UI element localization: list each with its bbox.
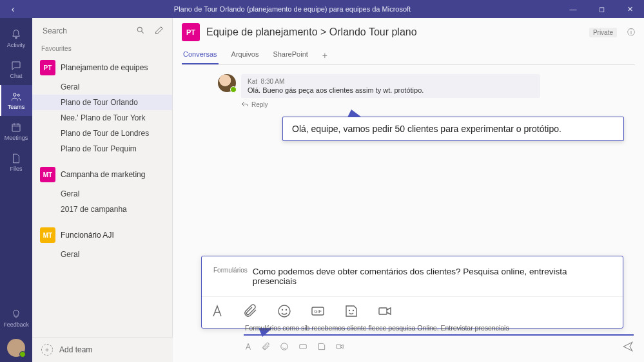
rail-meetings[interactable]: Meetings	[0, 116, 32, 147]
reply-button[interactable]: Reply	[241, 100, 540, 108]
sticker-icon[interactable]	[344, 303, 359, 319]
tab-sharepoint[interactable]: SharePoint	[271, 46, 309, 64]
team-badge: MT	[40, 227, 55, 243]
team-row[interactable]: PT Planejamento de equipes	[32, 56, 172, 79]
svg-point-10	[353, 310, 354, 311]
compose-input[interactable]: Formulários como sib recebemos cliente f…	[244, 321, 634, 336]
team-row[interactable]: MT Funcionário AJI	[32, 224, 172, 247]
search-input[interactable]	[40, 23, 149, 39]
tab-add[interactable]: +	[321, 46, 329, 64]
window-title: Plano de Tour Orlando (planejamento de e…	[26, 5, 559, 13]
bell-icon	[10, 29, 22, 41]
tab-conversas[interactable]: Conversas	[182, 46, 219, 64]
search-icon[interactable]	[136, 26, 145, 37]
sticker-icon[interactable]	[317, 342, 326, 353]
send-button[interactable]	[622, 341, 634, 354]
channel-tabs: Conversas Arquivos SharePoint +	[182, 46, 635, 65]
message-bubble[interactable]: Kat 8:30 AM Olá. Bueno gás peça aos clie…	[241, 74, 540, 98]
svg-text:GIF: GIF	[314, 309, 322, 314]
rail-feedback[interactable]: Feedback	[0, 303, 32, 334]
reply-icon	[241, 100, 249, 108]
teams-sidebar: Favourites PT Planejamento de equipes Ge…	[32, 18, 173, 362]
channel-item[interactable]: Plano de Tour Orlando	[32, 95, 172, 110]
close-button[interactable]: ✕	[616, 0, 644, 18]
tab-arquivos[interactable]: Arquivos	[230, 46, 260, 64]
channel-badge: PT	[182, 23, 200, 41]
favourites-label: Favourites	[32, 44, 172, 56]
message-avatar[interactable]	[218, 74, 236, 92]
content-area: PT Equipe de planejamento > Orlando Tour…	[173, 18, 644, 362]
emoji-icon[interactable]	[280, 342, 289, 353]
svg-point-0	[14, 93, 17, 97]
maximize-button[interactable]: ◻	[587, 0, 616, 18]
compose-callout: Formulários Como podemos deve obter come…	[201, 256, 623, 329]
app-rail: Activity Chat Teams Meetings Files Feedb…	[0, 18, 32, 362]
callout-translation: Olá, equipe, vamos pedir 50 clientes par…	[282, 117, 624, 141]
rail-activity[interactable]: Activity	[0, 23, 32, 54]
chat-icon	[10, 60, 22, 71]
svg-rect-14	[337, 345, 341, 348]
user-avatar[interactable]	[7, 339, 25, 357]
files-icon	[10, 153, 22, 164]
svg-rect-13	[300, 345, 307, 349]
attach-icon[interactable]	[262, 342, 271, 353]
svg-point-5	[282, 310, 283, 310]
meet-icon[interactable]	[377, 303, 393, 319]
channel-item[interactable]: Nee.' Plano de Tour York	[32, 110, 172, 126]
rail-chat[interactable]: Chat	[0, 54, 32, 85]
format-icon[interactable]	[210, 303, 225, 319]
back-button[interactable]: ‹	[0, 4, 26, 14]
breadcrumb: Equipe de planejamento > Orlando Tour pl…	[206, 26, 417, 38]
channel-item[interactable]: Plano de Tour Pequim	[32, 141, 172, 157]
compose-icon[interactable]	[151, 23, 167, 40]
svg-point-12	[281, 343, 288, 350]
compose-box: Formulários como sib recebemos cliente f…	[244, 321, 634, 354]
format-icon[interactable]	[244, 342, 253, 353]
attach-icon[interactable]	[243, 303, 259, 319]
team-badge: PT	[40, 60, 55, 75]
rail-teams[interactable]: Teams	[0, 85, 32, 116]
rail-files[interactable]: Files	[0, 147, 32, 178]
svg-point-4	[278, 305, 290, 317]
add-team-button[interactable]: ＋ Add team	[32, 337, 173, 362]
team-badge: MT	[40, 167, 55, 182]
teams-icon	[10, 91, 22, 102]
channel-item[interactable]: Geral	[32, 79, 172, 95]
channel-item[interactable]: 2017 de campanha	[32, 202, 172, 217]
svg-rect-2	[12, 124, 20, 131]
svg-point-6	[286, 310, 287, 310]
calendar-icon	[10, 122, 22, 133]
lightbulb-icon	[10, 309, 22, 320]
channel-item[interactable]: Geral	[32, 186, 172, 202]
privacy-badge: Private	[589, 28, 617, 37]
meet-icon[interactable]	[335, 342, 344, 353]
info-icon[interactable]: ⓘ	[627, 27, 635, 38]
channel-item[interactable]: Geral	[32, 247, 172, 262]
title-bar: ‹ Plano de Tour Orlando (planejamento de…	[0, 0, 644, 18]
plus-icon: ＋	[41, 344, 53, 356]
gif-icon[interactable]: GIF	[310, 303, 326, 319]
svg-point-1	[17, 94, 19, 96]
message: Kat 8:30 AM Olá. Bueno gás peça aos clie…	[218, 74, 540, 108]
channel-item[interactable]: Plano de Tour de Londres	[32, 126, 172, 141]
team-row[interactable]: MT Campanha de marketing	[32, 163, 172, 186]
minimize-button[interactable]: —	[559, 0, 587, 18]
svg-point-9	[349, 310, 350, 311]
gif-icon[interactable]	[298, 342, 308, 353]
emoji-icon[interactable]	[277, 303, 292, 319]
svg-rect-11	[379, 308, 387, 314]
svg-point-3	[137, 27, 142, 32]
